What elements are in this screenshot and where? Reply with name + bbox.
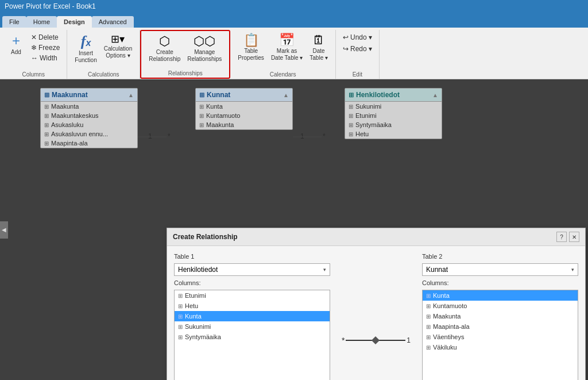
tab-advanced[interactable]: Advanced	[92, 16, 134, 28]
mark-as-date-table-button[interactable]: 📅 Mark asDate Table ▾	[268, 32, 305, 63]
col-icon: ⊞	[426, 344, 431, 351]
freeze-button[interactable]: ❄ Freeze	[29, 43, 62, 53]
modal-titlebar: Create Relationship ? ✕	[167, 228, 585, 246]
table1-label: Table 1	[174, 253, 330, 260]
list-item[interactable]: ⊞Väentiheys	[423, 332, 578, 342]
mark-date-label: Mark asDate Table ▾	[271, 48, 303, 62]
list-item[interactable]: ⊞Sukunimi	[175, 321, 330, 332]
list-item[interactable]: ⊞Etunimi	[175, 290, 330, 301]
calendars-group-label: Calendars	[230, 71, 335, 78]
modal-controls: ? ✕	[556, 232, 579, 242]
col-icon: ⊞	[426, 313, 431, 320]
ribbon-group-calendars: 📋 TableProperties 📅 Mark asDate Table ▾ …	[230, 30, 336, 79]
table1-columns-list[interactable]: ⊞Etunimi ⊞Hetu ⊞Kunta ⊞Sukunimi ⊞Syntymä…	[174, 290, 330, 380]
ribbon: + Add ✕ Delete ❄ Freeze ↔ Width Columns	[0, 28, 588, 79]
list-item[interactable]: ⊞Syntymäaika	[175, 332, 330, 342]
table2-columns-list[interactable]: ⊞Kunta ⊞Kuntamuoto ⊞Maakunta ⊞Maapinta-a…	[422, 290, 578, 380]
title-text: Power Pivot for Excel - Book1	[5, 2, 96, 10]
undo-button[interactable]: ↩ Undo ▾	[341, 32, 374, 43]
modal-body: Table 1 Henkilotiedot ▾ Columns: ⊞Etunim…	[167, 246, 585, 380]
modal-close-button[interactable]: ✕	[569, 232, 579, 242]
main-area: ◀ 1 * 1 * ⊞ Maakunnat ▲ ⊞Maakunta ⊞Maaku…	[0, 79, 588, 380]
columns2-label: Columns:	[422, 279, 578, 286]
relation-bar	[346, 340, 405, 341]
col-icon: ⊞	[426, 293, 431, 299]
date-table-button[interactable]: 🗓 DateTable ▾	[307, 32, 331, 63]
manage-relationships-label: ManageRelationships	[187, 49, 222, 63]
list-item[interactable]: ⊞Hetu	[175, 301, 330, 311]
table-properties-icon: 📋	[243, 34, 259, 47]
many-symbol: *	[342, 336, 345, 345]
date-table-label: DateTable ▾	[310, 48, 328, 62]
relation-area: * 1	[342, 253, 411, 380]
redo-button[interactable]: ↪ Redo ▾	[341, 44, 374, 54]
col-icon: ⊞	[178, 313, 183, 320]
add-button[interactable]: + Add	[5, 32, 28, 57]
insert-function-button[interactable]: fx InsertFunction	[72, 32, 99, 66]
calculations-group-label: Calculations	[67, 71, 140, 78]
delete-icon: ✕	[31, 33, 37, 41]
edit-group-label: Edit	[336, 71, 379, 78]
mark-date-icon: 📅	[279, 34, 295, 47]
table1-dropdown-arrow: ▾	[323, 267, 326, 272]
one-symbol: 1	[407, 336, 411, 344]
col-icon: ⊞	[178, 293, 183, 299]
columns1-label: Columns:	[174, 279, 330, 286]
title-bar: Power Pivot for Excel - Book1	[0, 0, 588, 13]
col-icon: ⊞	[178, 334, 183, 340]
insert-function-label: InsertFunction	[75, 50, 96, 64]
table2-dropdown[interactable]: Kunnat ▾	[422, 263, 578, 276]
table1-section: Table 1 Henkilotiedot ▾ Columns: ⊞Etunim…	[174, 253, 330, 380]
calc-options-icon: ⊞▾	[111, 34, 125, 44]
manage-relationships-button[interactable]: ⬡⬡ ManageRelationships	[184, 33, 225, 64]
ribbon-tabs: File Home Design Advanced	[0, 13, 588, 28]
calc-options-label: CalculationOptions ▾	[104, 45, 132, 59]
tab-design[interactable]: Design	[57, 16, 92, 28]
ribbon-group-edit: ↩ Undo ▾ ↪ Redo ▾ Edit	[336, 30, 380, 79]
relation-line: * 1	[342, 336, 411, 345]
ribbon-group-calculations: fx InsertFunction ⊞▾ CalculationOptions …	[67, 30, 140, 79]
list-item[interactable]: ⊞Väkiluku	[423, 342, 578, 352]
add-icon: +	[12, 34, 20, 48]
list-item[interactable]: ⊞Maapinta-ala	[423, 321, 578, 332]
col-icon: ⊞	[178, 303, 183, 309]
table-properties-label: TableProperties	[238, 48, 264, 62]
delete-button[interactable]: ✕ Delete	[29, 32, 62, 43]
table-properties-button[interactable]: 📋 TableProperties	[235, 32, 267, 63]
table2-label: Table 2	[422, 253, 578, 260]
col-icon: ⊞	[426, 303, 431, 309]
table2-value: Kunnat	[426, 266, 448, 274]
undo-icon: ↩	[343, 33, 349, 41]
tab-file[interactable]: File	[2, 16, 26, 28]
col-icon: ⊞	[178, 324, 183, 330]
function-icon: fx	[81, 34, 91, 49]
create-relationship-icon: ⬡	[159, 35, 170, 48]
manage-relationships-icon: ⬡⬡	[194, 35, 215, 48]
table1-dropdown[interactable]: Henkilotiedot ▾	[174, 263, 330, 276]
col-icon: ⊞	[426, 324, 431, 330]
calculation-options-button[interactable]: ⊞▾ CalculationOptions ▾	[101, 32, 135, 61]
table1-value: Henkilotiedot	[178, 266, 218, 274]
list-item[interactable]: ⊞Kunta	[423, 290, 578, 301]
table2-section: Table 2 Kunnat ▾ Columns: ⊞Kunta ⊞Kuntam…	[422, 253, 578, 380]
width-button[interactable]: ↔ Width	[29, 53, 62, 63]
modal-help-button[interactable]: ?	[556, 232, 567, 242]
create-relationship-button[interactable]: ⬡ CreateRelationship	[146, 33, 183, 64]
width-icon: ↔	[31, 54, 38, 62]
columns-group-label: Columns	[0, 71, 67, 78]
add-label: Add	[11, 49, 21, 56]
tab-home[interactable]: Home	[26, 16, 57, 28]
relationships-group-label: Relationships	[141, 70, 229, 76]
date-table-icon: 🗓	[312, 34, 325, 47]
table2-dropdown-arrow: ▾	[571, 267, 574, 272]
ribbon-group-relationships: ⬡ CreateRelationship ⬡⬡ ManageRelationsh…	[140, 30, 230, 79]
list-item[interactable]: ⊞Kuntamuoto	[423, 301, 578, 311]
col-icon: ⊞	[426, 334, 431, 340]
list-item[interactable]: ⊞Maakunta	[423, 311, 578, 321]
list-item[interactable]: ⊞Kunta	[175, 311, 330, 321]
create-relationship-dialog: Create Relationship ? ✕ Table 1 Henkilot…	[167, 228, 586, 380]
freeze-icon: ❄	[31, 44, 37, 52]
create-relationship-label: CreateRelationship	[149, 49, 180, 63]
redo-icon: ↪	[343, 45, 349, 53]
modal-title: Create Relationship	[173, 233, 238, 241]
